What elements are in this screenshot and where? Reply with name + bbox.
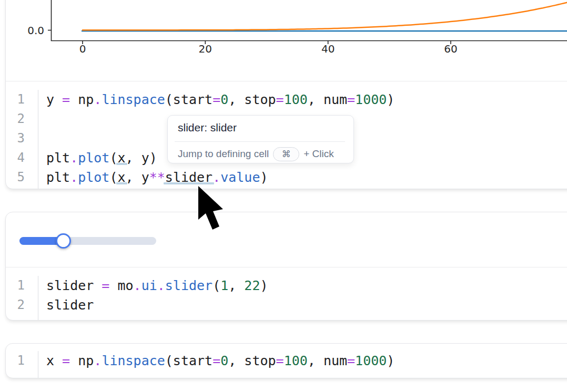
code-token: .	[134, 278, 141, 293]
line-numbers: 12345	[6, 90, 38, 189]
code-token: x	[118, 150, 126, 166]
code-token: =	[212, 92, 220, 107]
code-token: .	[70, 170, 78, 185]
code-token: 22	[244, 278, 260, 293]
code-line[interactable]: x = np.linspace(start=0, stop=100, num=1…	[46, 351, 394, 370]
code-token: , num	[308, 92, 347, 107]
x-tick-label: 40	[321, 43, 335, 55]
cell-slider: 12 slider = mo.ui.slider(1, 22)slider	[5, 212, 567, 321]
code-token: .	[70, 150, 78, 166]
code-token: plt	[46, 150, 70, 166]
code-token: , stop	[228, 92, 276, 107]
code-token: , stop	[228, 353, 276, 368]
cell-x-editor[interactable]: 1 x = np.linspace(start=0, stop=100, num…	[6, 344, 567, 378]
code-token: )	[260, 170, 268, 185]
code-token: , y)	[126, 150, 157, 166]
line-numbers: 1	[6, 351, 38, 378]
code-token: (start	[165, 353, 212, 368]
line-number: 4	[6, 148, 25, 168]
tooltip-action-label: Jump to defining cell	[178, 148, 269, 160]
code-token: (	[212, 278, 220, 293]
x-tick-label: 20	[199, 43, 212, 55]
code-token: ,	[228, 278, 244, 293]
code-line[interactable]: slider	[46, 295, 268, 315]
code-token: mo	[109, 278, 133, 293]
code-token: )	[387, 353, 394, 368]
cell-x: 1 x = np.linspace(start=0, stop=100, num…	[5, 343, 567, 378]
x-tick-label: 60	[444, 43, 457, 55]
line-number: 5	[6, 168, 25, 187]
code-token: linspace	[102, 353, 165, 368]
code-token: value	[220, 170, 260, 185]
code-token: .	[157, 278, 165, 293]
line-number: 2	[6, 295, 25, 315]
code-token: =	[347, 92, 355, 107]
code-token: slider	[165, 170, 212, 185]
line-numbers: 12	[6, 276, 38, 320]
code-token: 1	[220, 278, 228, 293]
line-number: 1	[6, 351, 25, 370]
code-token: y	[46, 92, 62, 107]
code-token: slider	[165, 278, 212, 293]
slider-widget	[6, 212, 567, 267]
code-line[interactable]: plt.plot(x, y**slider.value)	[46, 168, 394, 187]
code-token: slider	[46, 297, 94, 313]
code-token: plot	[78, 170, 109, 185]
cell-slider-editor[interactable]: 12 slider = mo.ui.slider(1, 22)slider	[6, 267, 567, 320]
tooltip-title: slider: slider	[178, 121, 237, 134]
code-token: , y	[126, 170, 149, 185]
line-number: 1	[6, 90, 25, 109]
code-line[interactable]: slider = mo.ui.slider(1, 22)	[46, 276, 268, 295]
code-lines[interactable]: x = np.linspace(start=0, stop=100, num=1…	[38, 351, 394, 378]
code-token: =	[276, 353, 284, 368]
code-line[interactable]: y = np.linspace(start=0, stop=100, num=1…	[46, 90, 394, 109]
code-token: =	[62, 92, 70, 107]
tooltip-divider	[175, 141, 345, 142]
line-number: 2	[6, 109, 25, 129]
code-token: 100	[284, 353, 308, 368]
code-token: **	[149, 170, 165, 185]
code-token: np	[70, 353, 94, 368]
code-token: 1000	[355, 92, 387, 107]
code-token: 100	[284, 92, 308, 107]
code-token: x	[118, 170, 126, 185]
code-token: =	[212, 353, 220, 368]
code-token: plot	[78, 150, 109, 166]
code-token: =	[62, 353, 70, 368]
code-token: )	[387, 92, 394, 107]
code-token: plt	[46, 170, 70, 185]
code-token: linspace	[102, 92, 165, 107]
x-tick-label: 0	[79, 43, 86, 55]
code-token: )	[260, 278, 268, 293]
tooltip-click-label: + Click	[303, 148, 334, 160]
mouse-cursor-icon	[197, 185, 226, 233]
code-token: =	[347, 353, 355, 368]
slider-thumb[interactable]	[56, 233, 71, 249]
code-token: ui	[141, 278, 157, 293]
code-token: (start	[165, 92, 212, 107]
code-token: .	[94, 92, 102, 107]
code-token: 0	[220, 353, 228, 368]
code-token: =	[276, 92, 284, 107]
code-lines[interactable]: slider = mo.ui.slider(1, 22)slider	[38, 276, 268, 320]
matplotlib-line-chart: 02040600.0	[0, 0, 567, 59]
code-token: x	[46, 353, 62, 368]
tooltip-action-row: Jump to defining cell ⌘ + Click	[178, 146, 334, 162]
command-key-icon: ⌘	[273, 147, 299, 161]
line-number: 3	[6, 129, 25, 148]
code-token: =	[102, 278, 109, 293]
code-token: .	[94, 353, 102, 368]
y-tick-label: 0.0	[27, 24, 44, 37]
code-token: 0	[220, 92, 228, 107]
variable-tooltip: slider: slider Jump to defining cell ⌘ +…	[167, 115, 354, 163]
code-token: 1000	[355, 353, 387, 368]
code-token: slider	[46, 278, 102, 293]
code-token: np	[70, 92, 94, 107]
code-token: , num	[308, 353, 347, 368]
line-number: 1	[6, 276, 25, 295]
